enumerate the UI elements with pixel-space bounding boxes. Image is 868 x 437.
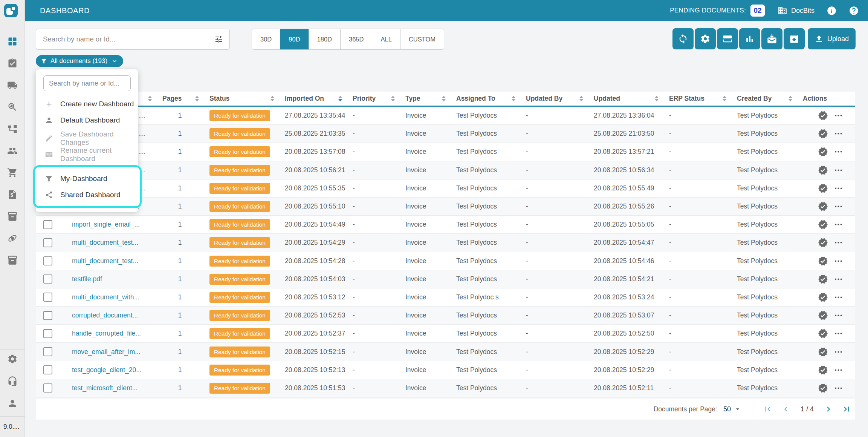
validate-button[interactable]	[818, 365, 828, 375]
menu-item-my-dashboard[interactable]: My-Dashboard	[35, 170, 140, 187]
sidebar-item-profile[interactable]	[7, 398, 18, 409]
dashboard-search-input[interactable]	[44, 80, 130, 87]
validate-button[interactable]	[818, 383, 828, 393]
row-checkbox[interactable]	[43, 238, 52, 247]
sidebar-item-shipments[interactable]	[7, 80, 18, 90]
validate-button[interactable]	[818, 219, 828, 230]
sidebar-item-dashboard[interactable]	[7, 36, 18, 47]
more-actions-button[interactable]	[834, 238, 843, 247]
validate-button[interactable]	[818, 256, 828, 266]
export-button[interactable]	[784, 28, 805, 49]
more-actions-button[interactable]	[834, 111, 843, 120]
validate-button[interactable]	[818, 238, 828, 248]
documents-filter-chip[interactable]: All documents (193)	[36, 55, 123, 67]
import-email-button[interactable]	[761, 28, 782, 49]
document-name-link[interactable]: test_microsoft_client...	[72, 384, 138, 392]
more-actions-button[interactable]	[834, 365, 843, 375]
column-header-updated_by[interactable]: Updated By	[520, 95, 588, 103]
sidebar-item-support[interactable]	[7, 376, 18, 386]
validate-button[interactable]	[818, 110, 828, 121]
last-page-button[interactable]	[842, 404, 851, 414]
more-actions-button[interactable]	[834, 166, 843, 175]
range-90d-button[interactable]: 90D	[280, 29, 308, 49]
document-name-link[interactable]: testfile.pdf	[72, 275, 102, 283]
row-checkbox[interactable]	[43, 383, 52, 393]
next-page-button[interactable]	[824, 404, 833, 414]
validate-button[interactable]	[818, 201, 828, 212]
document-name-link[interactable]: test_google_client_20...	[72, 366, 142, 374]
document-name-link[interactable]: multi_document_test...	[72, 239, 138, 246]
document-name-link[interactable]: corrupted_document...	[72, 311, 138, 319]
filter-settings-icon[interactable]	[214, 35, 223, 44]
column-header-created_by[interactable]: Created By	[731, 95, 797, 103]
sidebar-item-users[interactable]	[7, 146, 18, 156]
validate-button[interactable]	[818, 147, 828, 157]
per-page-value[interactable]: 50	[723, 405, 731, 413]
more-actions-button[interactable]	[834, 256, 843, 266]
more-actions-button[interactable]	[834, 383, 843, 393]
more-actions-button[interactable]	[834, 147, 843, 156]
row-checkbox[interactable]	[43, 256, 52, 265]
column-header-priority[interactable]: Priority	[347, 95, 399, 103]
upload-button[interactable]: Upload	[808, 28, 856, 49]
more-actions-button[interactable]	[834, 220, 843, 229]
app-logo-icon[interactable]	[4, 4, 18, 17]
menu-item-create-new-dashboard[interactable]: Create new Dashboard	[36, 96, 138, 112]
row-checkbox[interactable]	[43, 220, 52, 229]
document-name-link[interactable]: multi_document_test...	[72, 257, 138, 265]
range-custom-button[interactable]: CUSTOM	[400, 29, 444, 49]
document-name-link[interactable]: handle_corrupted_file...	[72, 330, 141, 337]
sidebar-item-inventory[interactable]	[7, 255, 18, 265]
document-name-link[interactable]: move_email_after_im...	[72, 348, 141, 356]
sidebar-item-tasks[interactable]	[7, 58, 18, 69]
settings-button[interactable]	[695, 28, 716, 49]
document-name-link[interactable]: multi_document_with...	[72, 293, 139, 301]
row-checkbox[interactable]	[43, 274, 52, 284]
refresh-button[interactable]	[672, 28, 694, 49]
column-header-status[interactable]: Status	[203, 95, 279, 103]
more-actions-button[interactable]	[834, 129, 843, 138]
scan-button[interactable]	[717, 28, 738, 49]
validate-button[interactable]	[818, 310, 828, 320]
sidebar-item-integrations[interactable]	[7, 233, 18, 244]
menu-item-save-dashboard-changes[interactable]: Save Dashboard Changes	[36, 130, 138, 146]
more-actions-button[interactable]	[834, 329, 843, 338]
menu-item-rename-current-dashboard[interactable]: Rename current Dashboard	[36, 146, 138, 163]
more-actions-button[interactable]	[834, 311, 843, 320]
more-actions-button[interactable]	[834, 184, 843, 193]
document-name-link[interactable]: import_single_email_...	[72, 221, 140, 228]
column-header-assigned[interactable]: Assigned To	[450, 95, 520, 103]
menu-item-default-dashboard[interactable]: Default Dashboard	[36, 112, 138, 128]
per-page-caret-icon[interactable]	[734, 405, 741, 413]
validate-button[interactable]	[818, 328, 828, 339]
row-checkbox[interactable]	[43, 311, 52, 320]
column-header-type[interactable]: Type	[399, 95, 450, 103]
validate-button[interactable]	[818, 274, 828, 284]
range-all-button[interactable]: ALL	[372, 29, 400, 49]
validate-button[interactable]	[818, 129, 828, 139]
range-30d-button[interactable]: 30D	[252, 29, 280, 49]
range-180d-button[interactable]: 180D	[309, 29, 340, 49]
validate-button[interactable]	[818, 165, 828, 175]
row-checkbox[interactable]	[43, 365, 52, 374]
sidebar-item-purchase-orders[interactable]	[7, 167, 18, 178]
sidebar-item-analytics[interactable]	[7, 102, 18, 112]
range-365d-button[interactable]: 365D	[340, 29, 372, 49]
main-search-input[interactable]	[36, 35, 214, 43]
more-actions-button[interactable]	[834, 293, 843, 302]
more-actions-button[interactable]	[834, 347, 843, 357]
row-checkbox[interactable]	[43, 347, 52, 356]
column-header-updated[interactable]: Updated	[588, 95, 663, 103]
sidebar-item-invoices[interactable]	[7, 189, 18, 200]
more-actions-button[interactable]	[834, 274, 843, 284]
column-header-imported[interactable]: Imported On	[279, 95, 347, 103]
sidebar-item-packages[interactable]	[7, 211, 18, 222]
column-header-pages[interactable]: Pages	[156, 95, 203, 103]
validate-button[interactable]	[818, 347, 828, 357]
first-page-button[interactable]	[763, 404, 773, 414]
analytics-button[interactable]	[739, 28, 760, 49]
menu-item-shared-dashboard[interactable]: Shared Dashbaord	[35, 187, 140, 203]
validate-button[interactable]	[818, 292, 828, 302]
column-header-erp[interactable]: ERP Status	[663, 95, 731, 103]
info-icon[interactable]	[827, 6, 837, 16]
